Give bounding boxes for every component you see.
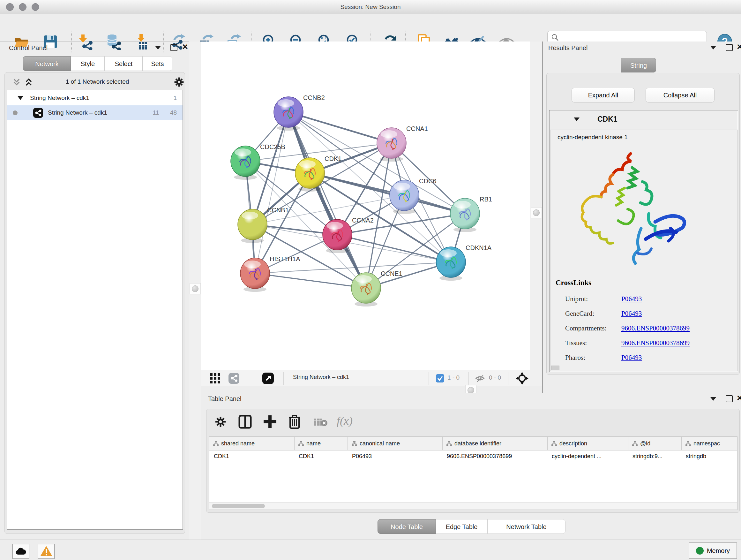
- table-cell[interactable]: stringdb: [681, 450, 737, 462]
- column-header-namespac[interactable]: namespac: [681, 437, 737, 450]
- expand-all-chevron-icon[interactable]: [24, 78, 33, 87]
- network-row-selected[interactable]: String Network – cdk1 11 48: [7, 105, 183, 120]
- tab-node-table[interactable]: Node Table: [378, 519, 436, 534]
- crosslink-label: Uniprot:: [565, 295, 621, 303]
- add-column-plus-icon[interactable]: [263, 415, 277, 429]
- table-panel-close-icon[interactable]: ✕: [737, 395, 741, 401]
- node-table: shared namenamecanonical namedatabase id…: [209, 436, 738, 510]
- node-CCNB2[interactable]: CCNB2: [274, 94, 325, 131]
- collapse-all-chevron-icon[interactable]: [12, 78, 21, 87]
- results-panel-maximize-icon[interactable]: [726, 44, 733, 51]
- warnings-button[interactable]: [38, 544, 55, 559]
- column-type-icon: [551, 441, 557, 446]
- tab-network[interactable]: Network: [23, 56, 71, 71]
- open-in-window-icon[interactable]: [262, 373, 274, 384]
- gene-collapse-triangle-icon[interactable]: [574, 118, 580, 121]
- column-header--id[interactable]: @id: [628, 437, 681, 450]
- table-panel-maximize-icon[interactable]: [726, 395, 733, 402]
- table-hscrollbar[interactable]: [209, 502, 737, 509]
- string-network-graph[interactable]: CCNB2CCNA1CDC25BCDK1CDC6RB1CCNB1CCNA2CDK…: [201, 42, 530, 370]
- table-cell[interactable]: stringdb:9...: [628, 450, 681, 462]
- left-splitter[interactable]: [189, 42, 201, 540]
- left-splitter-handle[interactable]: [190, 283, 201, 294]
- crosslink-url[interactable]: P06493: [621, 354, 642, 362]
- network-edge-count: 48: [170, 105, 177, 120]
- column-header-database-identifier[interactable]: database identifier: [442, 437, 547, 450]
- crosslink-label: Compartments:: [565, 324, 621, 332]
- table-cell[interactable]: CDK1: [294, 450, 347, 462]
- cloud-icon: [15, 548, 26, 555]
- column-header-shared-name[interactable]: shared name: [209, 437, 294, 450]
- node-RB1[interactable]: RB1: [450, 196, 492, 232]
- network-collection-row[interactable]: String Network – cdk1 1: [7, 91, 183, 105]
- hidden-count: 0 - 0: [489, 374, 501, 381]
- results-panel-float-icon[interactable]: [711, 46, 716, 50]
- results-scrollbar-stub[interactable]: [551, 366, 559, 370]
- show-columns-icon[interactable]: [239, 415, 252, 429]
- node-CDKN1A[interactable]: CDKN1A: [436, 244, 492, 281]
- tree-expand-triangle-icon[interactable]: [17, 96, 23, 101]
- crosslink-url[interactable]: 9606.ENSP00000378699: [621, 339, 690, 347]
- table-row[interactable]: CDK1CDK1P064939606.ENSP00000378699cyclin…: [209, 450, 737, 462]
- tab-string[interactable]: String: [621, 58, 656, 72]
- table-cell[interactable]: CDK1: [209, 450, 294, 462]
- tab-edge-table[interactable]: Edge Table: [436, 519, 487, 534]
- network-selection-status: 1 of 1 Network selected: [37, 78, 158, 85]
- network-options-gear-icon[interactable]: [173, 76, 185, 88]
- network-tree: String Network – cdk1 1 String Network –…: [7, 90, 183, 530]
- crosslink-url[interactable]: 9606.ENSP00000378699: [621, 324, 690, 332]
- cloud-button[interactable]: [12, 544, 29, 559]
- control-panel-close-icon[interactable]: ✕: [182, 44, 188, 50]
- tab-style[interactable]: Style: [71, 56, 105, 71]
- memory-button[interactable]: Memory: [689, 543, 737, 559]
- tab-network-table[interactable]: Network Table: [487, 519, 565, 534]
- crosslink-url[interactable]: P06493: [621, 310, 642, 318]
- table-settings-gear-icon[interactable]: [214, 415, 227, 428]
- edge-CDK1-RB1[interactable]: [310, 173, 465, 213]
- birds-eye-grid-icon[interactable]: [210, 373, 221, 383]
- control-panel-float-icon[interactable]: [155, 46, 161, 50]
- network-collection-count: 1: [173, 91, 177, 105]
- node-CCNE1[interactable]: CCNE1: [351, 270, 402, 307]
- tab-select[interactable]: Select: [105, 56, 143, 71]
- selected-checkbox-icon[interactable]: [436, 374, 444, 382]
- collapse-all-button[interactable]: Collapse All: [646, 88, 715, 103]
- edge-CCNB2-CCNA1[interactable]: [288, 112, 392, 143]
- gene-section: CDK1 cyclin-dependent kinase 1: [549, 110, 738, 372]
- edge-CCNB2-HIST1H1A[interactable]: [255, 112, 288, 273]
- fit-selection-crosshair-icon[interactable]: [516, 372, 529, 385]
- status-bar: Memory: [0, 540, 741, 560]
- search-input[interactable]: [559, 34, 701, 41]
- node-CCNA1[interactable]: CCNA1: [377, 125, 428, 162]
- edge-CCNA2-CDKN1A[interactable]: [337, 235, 451, 262]
- crosslink-url[interactable]: P06493: [621, 295, 642, 303]
- delete-column-trash-icon[interactable]: [288, 414, 301, 429]
- table-panel-float-icon[interactable]: [711, 397, 716, 401]
- node-label-HIST1H1A: HIST1H1A: [270, 255, 300, 262]
- table-cell[interactable]: P06493: [347, 450, 442, 462]
- table-panel-title: Table Panel: [208, 395, 242, 402]
- column-header-name[interactable]: name: [294, 437, 347, 450]
- hidden-eye-icon[interactable]: [475, 374, 485, 383]
- table-cell[interactable]: cyclin-dependent ...: [547, 450, 628, 462]
- node-label-CCNA2: CCNA2: [352, 217, 374, 224]
- gene-section-header[interactable]: CDK1: [549, 111, 738, 129]
- column-header-canonical-name[interactable]: canonical name: [347, 437, 442, 450]
- network-view-title: String Network – cdk1: [293, 374, 349, 381]
- control-panel-maximize-icon[interactable]: [171, 44, 178, 51]
- table-cell[interactable]: 9606.ENSP00000378699: [442, 450, 547, 462]
- right-splitter-handle[interactable]: [531, 207, 542, 219]
- horizontal-splitter[interactable]: [201, 386, 542, 393]
- node-HIST1H1A[interactable]: HIST1H1A: [240, 255, 300, 292]
- expand-all-button[interactable]: Expand All: [571, 88, 635, 103]
- column-type-icon: [447, 441, 452, 446]
- crosslink-label: Tissues:: [565, 339, 621, 347]
- function-builder-icon: f(x): [337, 414, 353, 428]
- results-panel-close-icon[interactable]: ✕: [737, 44, 741, 50]
- tab-sets[interactable]: Sets: [143, 56, 172, 71]
- network-share-icon[interactable]: [228, 373, 239, 384]
- column-header-description[interactable]: description: [547, 437, 628, 450]
- network-canvas[interactable]: CCNB2CCNA1CDC25BCDK1CDC6RB1CCNB1CCNA2CDK…: [201, 42, 530, 370]
- edge-HIST1H1A-CCNE1[interactable]: [255, 273, 366, 288]
- table-hscrollbar-thumb[interactable]: [212, 504, 265, 508]
